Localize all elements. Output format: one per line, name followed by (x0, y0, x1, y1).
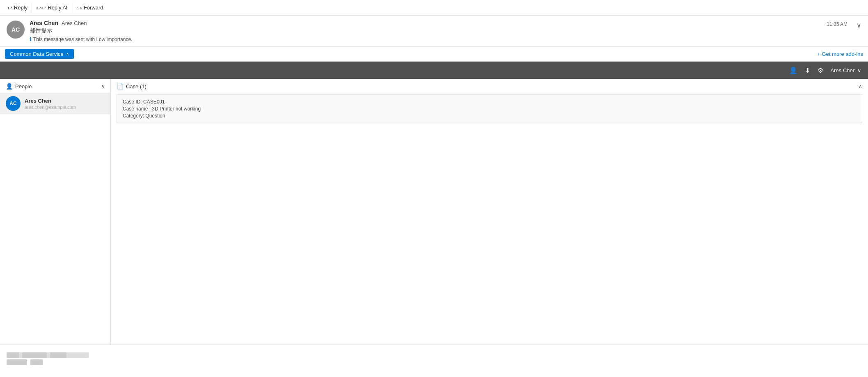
case-id: Case ID: CASE001 (123, 99, 856, 105)
person-name: Ares Chen (25, 98, 105, 104)
case-section-header: 📄 Case (1) ∧ (111, 79, 868, 93)
user-profile-icon[interactable]: 👤 (789, 67, 797, 74)
people-title: People (15, 83, 32, 90)
collapse-case-button[interactable]: ∧ (859, 83, 862, 89)
case-name: Case name : 3D Printer not working (123, 106, 856, 112)
people-section: 👤 People ∧ AC Ares Chen ares.chen@exampl… (0, 79, 111, 345)
email-meta: Ares Chen Ares Chen 邮件提示 ℹ This message … (30, 20, 861, 42)
email-from-row: Ares Chen Ares Chen (30, 20, 861, 26)
case-title: Case (1) (126, 83, 147, 90)
dark-toolbar: 👤 ⬇ ⚙ Ares Chen ∨ (0, 62, 868, 79)
user-menu-chevron-icon: ∨ (857, 67, 861, 74)
download-icon[interactable]: ⬇ (805, 67, 810, 74)
common-data-service-tag[interactable]: Common Data Service ∧ (5, 49, 74, 59)
person-item[interactable]: AC Ares Chen ares.chen@example.com (0, 93, 110, 114)
bottom-area (0, 345, 868, 366)
email-time: 11:05 AM (827, 21, 847, 27)
get-more-addins-link[interactable]: + Get more add-ins (817, 51, 863, 57)
forward-button[interactable]: ↪ Forward (73, 3, 108, 13)
case-category: Category: Question (123, 113, 856, 119)
sender-avatar: AC (7, 21, 25, 39)
importance-text: This message was sent with Low importanc… (33, 37, 132, 42)
email-header: AC Ares Chen Ares Chen 邮件提示 ℹ This messa… (0, 16, 868, 47)
collapse-people-button[interactable]: ∧ (101, 83, 105, 89)
reply-label: Reply (14, 5, 27, 11)
email-importance: ℹ This message was sent with Low importa… (30, 36, 861, 42)
case-item[interactable]: Case ID: CASE001 Case name : 3D Printer … (117, 94, 862, 123)
sender-name: Ares Chen (30, 20, 58, 26)
user-name: Ares Chen (831, 67, 856, 74)
people-section-header: 👤 People ∧ (0, 79, 110, 93)
person-info: Ares Chen ares.chen@example.com (25, 98, 105, 110)
addon-chevron-icon: ∧ (66, 52, 69, 56)
people-icon: 👤 (6, 83, 13, 90)
email-subject: 邮件提示 (30, 27, 861, 34)
case-section: 📄 Case (1) ∧ Case ID: CASE001 Case name … (111, 79, 868, 345)
person-detail: ares.chen@example.com (25, 105, 105, 110)
reply-all-button[interactable]: ↩↩ Reply All (32, 3, 73, 13)
forward-icon: ↪ (77, 5, 82, 11)
redacted-content (7, 352, 89, 358)
case-header-left: 📄 Case (1) (117, 83, 147, 90)
forward-label: Forward (84, 5, 103, 11)
main-panel: 👤 People ∧ AC Ares Chen ares.chen@exampl… (0, 79, 868, 345)
collapse-email-button[interactable]: ∨ (857, 21, 861, 29)
email-toolbar: ↩ Reply ↩↩ Reply All ↪ Forward (0, 0, 868, 16)
reply-all-icon: ↩↩ (36, 5, 46, 11)
addon-label: Common Data Service (10, 51, 64, 57)
reply-button[interactable]: ↩ Reply (3, 3, 32, 13)
case-file-icon: 📄 (117, 83, 124, 90)
info-icon: ℹ (30, 36, 32, 42)
addon-bar: Common Data Service ∧ + Get more add-ins (0, 47, 868, 62)
user-menu[interactable]: Ares Chen ∨ (831, 67, 861, 74)
settings-icon[interactable]: ⚙ (818, 67, 823, 74)
reply-all-label: Reply All (48, 5, 69, 11)
person-avatar: AC (6, 96, 21, 111)
reply-icon: ↩ (7, 5, 12, 11)
people-header-left: 👤 People (6, 83, 32, 90)
sender-address: Ares Chen (62, 20, 87, 26)
